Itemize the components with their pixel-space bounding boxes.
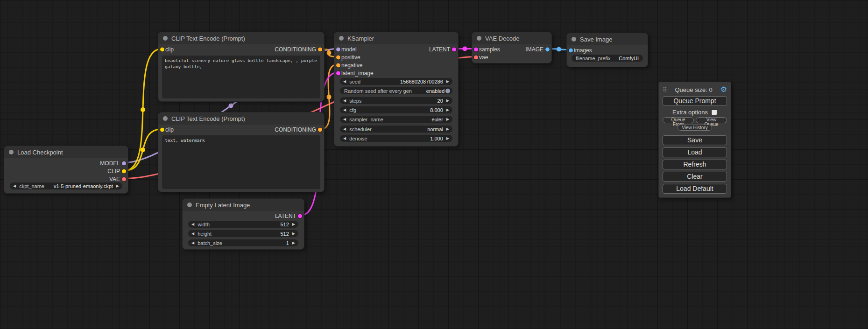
input-dot-clip[interactable] [160,127,165,132]
input-slot-clip[interactable]: clip [158,45,174,53]
increment-arrow-icon[interactable]: ▶ [446,99,449,103]
collapse-dot-icon[interactable] [9,150,14,154]
input-dot-model[interactable] [336,47,341,52]
increment-arrow-icon[interactable]: ▶ [292,223,295,226]
link-midpoint-dot[interactable] [557,47,561,52]
input-slot-samples[interactable]: samples [472,45,500,53]
collapse-dot-icon[interactable] [339,36,344,41]
output-slot-model[interactable]: MODEL [100,159,128,167]
queue-front-button[interactable]: Queue Front [663,117,694,123]
load-default-button[interactable]: Load Default [663,184,727,194]
decrement-arrow-icon[interactable]: ◀ [343,99,346,103]
link-midpoint-dot[interactable] [463,47,467,51]
input-slot-negative[interactable]: negative [334,61,362,69]
node-empty-latent-image[interactable]: Empty Latent Image LATENT ◀ width 512 ▶ … [182,198,304,250]
node-title-bar[interactable]: Save Image [567,33,648,45]
input-dot-samples[interactable] [473,47,479,52]
increment-arrow-icon[interactable]: ▶ [446,127,449,131]
node-title-bar[interactable]: Load Checkpoint [4,146,128,158]
input-slot-clip[interactable]: clip [158,126,174,133]
output-slot-clip[interactable]: CLIP [107,167,128,175]
view-queue-button[interactable]: View Queue [696,117,727,123]
decrement-arrow-icon[interactable]: ◀ [343,80,346,84]
output-dot-conditioning[interactable] [318,47,323,52]
output-slot-vae[interactable]: VAE [109,175,128,183]
input-dot-images[interactable] [568,48,573,53]
load-button[interactable]: Load [663,147,727,157]
output-dot-latent[interactable] [297,213,303,218]
widget-ckpt-name[interactable]: ◀ ckpt_name v1-5-pruned-emaonly.ckpt ▶ [10,182,122,189]
widget-seed[interactable]: ◀ seed 156680208700286 ▶ [340,78,452,85]
input-slot-vae[interactable]: vae [472,53,488,61]
node-title-bar[interactable]: VAE Decode [472,32,551,44]
widget-scheduler[interactable]: ◀ scheduler normal ▶ [340,126,452,133]
decrement-arrow-icon[interactable]: ◀ [191,223,194,226]
collapse-dot-icon[interactable] [163,116,168,121]
widget-steps[interactable]: ◀ steps 20 ▶ [340,97,452,104]
input-slot-positive[interactable]: positive [334,53,360,61]
widget-width[interactable]: ◀ width 512 ▶ [188,221,298,228]
widget-filename-prefix[interactable]: filename_prefix ComfyUI [572,55,643,62]
extra-options-checkbox[interactable] [711,109,717,115]
collapse-dot-icon[interactable] [187,203,192,207]
clear-button[interactable]: Clear [663,172,727,182]
node-clip-text-encode-positive[interactable]: CLIP Text Encode (Prompt) clip CONDITION… [158,32,325,102]
link-midpoint-dot[interactable] [141,147,145,152]
widget-sampler-name[interactable]: ◀ sampler_name euler ▶ [340,116,452,123]
output-dot-clip[interactable] [121,168,127,174]
input-slot-latent-image[interactable]: latent_image [334,69,374,77]
output-slot-latent[interactable]: LATENT [429,45,458,53]
increment-arrow-icon[interactable]: ▶ [292,232,295,236]
node-title-bar[interactable]: CLIP Text Encode (Prompt) [158,32,324,44]
output-dot-latent[interactable] [452,47,457,52]
input-dot-latent-image[interactable] [336,70,341,76]
decrement-arrow-icon[interactable]: ◀ [191,241,194,245]
link-midpoint-dot[interactable] [141,107,145,112]
node-title-bar[interactable]: Empty Latent Image [183,199,304,211]
decrement-arrow-icon[interactable]: ◀ [343,108,346,112]
collapse-dot-icon[interactable] [163,36,168,41]
input-dot-negative[interactable] [336,63,341,68]
output-slot-image[interactable]: IMAGE [525,45,551,53]
decrement-arrow-icon[interactable]: ◀ [343,118,346,121]
widget-height[interactable]: ◀ height 512 ▶ [188,230,298,237]
queue-prompt-button[interactable]: Queue Prompt [663,96,727,106]
output-slot-latent[interactable]: LATENT [275,212,304,220]
node-save-image[interactable]: Save Image images filename_prefix ComfyU… [566,33,648,67]
output-slot-conditioning[interactable]: CONDITIONING [275,126,324,133]
link-midpoint-dot[interactable] [327,95,332,99]
widget-batch-size[interactable]: ◀ batch_size 1 ▶ [188,239,298,246]
decrement-arrow-icon[interactable]: ◀ [343,127,346,131]
node-graph-canvas[interactable]: Load Checkpoint MODEL CLIP VAE ◀ ckpt_na… [0,0,868,329]
output-slot-conditioning[interactable]: CONDITIONING [275,45,324,53]
node-title-bar[interactable]: CLIP Text Encode (Prompt) [158,112,324,125]
link-midpoint-dot[interactable] [229,104,233,108]
input-slot-images[interactable]: images [567,46,592,54]
output-dot-vae[interactable] [121,176,127,182]
output-dot-conditioning[interactable] [318,127,323,132]
input-dot-clip[interactable] [160,47,165,52]
increment-arrow-icon[interactable]: ▶ [292,241,295,245]
node-ksampler[interactable]: KSampler model positive negative latent_… [334,32,459,147]
toggle-dot[interactable] [445,89,450,93]
collapse-dot-icon[interactable] [572,37,576,42]
widget-denoise[interactable]: ◀ denoise 1.000 ▶ [340,135,452,142]
prompt-textarea[interactable]: beautiful scenery nature glass bottle la… [162,56,320,98]
node-title-bar[interactable]: KSampler [334,32,458,44]
node-load-checkpoint[interactable]: Load Checkpoint MODEL CLIP VAE ◀ ckpt_na… [4,146,128,194]
increment-arrow-icon[interactable]: ▶ [446,118,449,121]
increment-arrow-icon[interactable]: ▶ [446,137,449,140]
link-midpoint-dot[interactable] [327,50,332,55]
input-slot-model[interactable]: model [334,45,357,53]
increment-arrow-icon[interactable]: ▶ [116,184,119,188]
decrement-arrow-icon[interactable]: ◀ [13,184,16,188]
view-history-button[interactable]: View History [677,125,712,131]
drag-handle-icon[interactable]: ⠿ [663,87,667,93]
node-vae-decode[interactable]: VAE Decode samples vae IMAGE [472,32,552,63]
save-button[interactable]: Save [663,135,727,145]
decrement-arrow-icon[interactable]: ◀ [343,137,346,140]
widget-cfg[interactable]: ◀ cfg 8.000 ▶ [340,106,452,113]
prompt-textarea[interactable]: text, watermark [162,135,320,189]
output-dot-model[interactable] [121,161,127,166]
refresh-button[interactable]: Refresh [663,160,727,169]
